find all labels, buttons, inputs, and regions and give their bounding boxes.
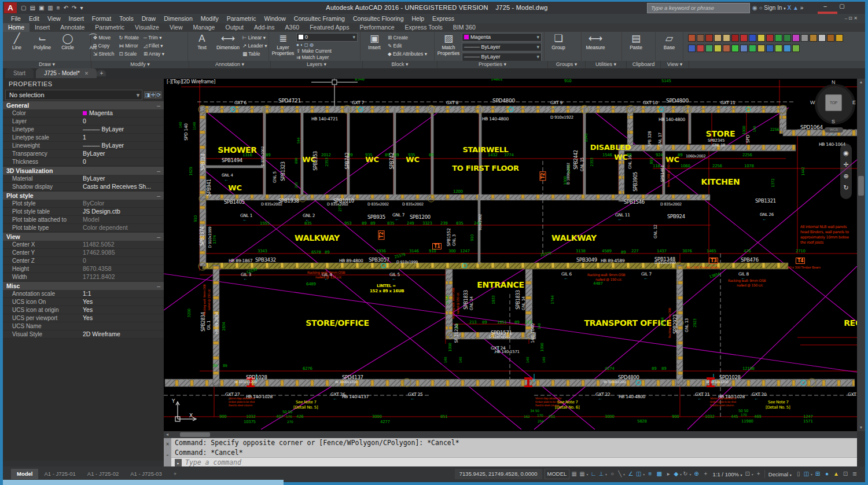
qat-icon[interactable]: ▾ xyxy=(78,2,84,14)
status-toggle-icon[interactable]: ⊕ xyxy=(692,469,701,479)
property-value[interactable]: ———ByLayer xyxy=(83,126,164,133)
property-row[interactable]: Plot style tableJS Design.ctb xyxy=(3,208,164,216)
status-toggle-icon[interactable]: ◫ ▾ xyxy=(635,469,645,479)
property-row[interactable]: UCS icon OnYes xyxy=(3,298,164,306)
ribbon-tab-view[interactable]: View xyxy=(164,23,188,32)
status-toggle-icon[interactable]: ○ xyxy=(608,469,617,479)
palette-tool-icon[interactable]: ◨ xyxy=(144,91,150,98)
status-toggle-icon[interactable]: ∟ xyxy=(589,469,598,479)
toolbar-icon[interactable] xyxy=(827,34,834,42)
ribbon-tab-parametric[interactable]: Parametric xyxy=(90,23,130,32)
selection-dropdown[interactable]: No selection▾ xyxy=(5,90,142,100)
match-properties-button[interactable]: ▨Match Properties xyxy=(437,33,460,56)
command-window-grip[interactable]: ✕⌁ xyxy=(164,438,171,466)
navbar-tool-icon[interactable]: ◉ xyxy=(840,147,852,159)
collapse-icon[interactable]: – xyxy=(157,167,160,175)
status-toggle-icon[interactable]: + xyxy=(701,469,711,479)
measure-button[interactable]: ⟷Measure xyxy=(584,33,607,50)
property-value[interactable]: Color dependent xyxy=(83,224,164,232)
layer-tools-row[interactable]: ● ◐ ◻ ◍ xyxy=(296,42,358,47)
layout-tab-a1-j725-02[interactable]: A1 - J725-02 xyxy=(82,469,124,479)
toolbar-icon[interactable] xyxy=(723,45,730,52)
property-row[interactable]: Center X11482.5052 xyxy=(3,241,164,249)
menu-tools[interactable]: Tools xyxy=(115,14,138,23)
status-toggle-icon[interactable]: ⊡ xyxy=(841,469,850,479)
menu-view[interactable]: View xyxy=(43,14,65,23)
qat-icon[interactable]: ≡ xyxy=(55,2,62,14)
property-row[interactable]: ColorMagenta xyxy=(3,109,164,117)
rotate-button[interactable]: ↻ Rotate xyxy=(119,34,139,42)
property-value[interactable]: Casts and Receives Sh... xyxy=(83,183,164,190)
status-toggle-icon[interactable]: ╲ ▾ xyxy=(617,469,626,479)
property-row[interactable]: Center Y17462.9085 xyxy=(3,249,164,257)
qat-icon[interactable]: ▤ xyxy=(28,2,36,14)
collapse-icon[interactable]: – xyxy=(157,233,160,241)
property-row[interactable]: UCS Name xyxy=(3,322,164,330)
property-row[interactable]: Plot styleByColor xyxy=(3,200,164,208)
polyline-button[interactable]: ⌙Polyline xyxy=(31,33,54,50)
scale-button[interactable]: ⊡ Scale xyxy=(119,50,139,58)
ribbon-tab-express-tools[interactable]: Express Tools xyxy=(400,23,448,32)
property-row[interactable]: Annotation scale1:1 xyxy=(3,290,164,298)
collapse-icon[interactable]: – xyxy=(157,101,160,109)
paste-button[interactable]: ▤Paste xyxy=(624,33,648,50)
make-current-button[interactable]: ⇪ Make Current xyxy=(296,48,358,54)
binoculars-icon[interactable]: ◉ xyxy=(752,5,757,11)
layer-properties-button[interactable]: ≣Layer Properties xyxy=(271,33,295,56)
toolbar-icon[interactable] xyxy=(784,34,791,42)
ribbon-tab-manage[interactable]: Manage xyxy=(188,23,220,32)
leader-button[interactable]: ↗ Leader ▾ xyxy=(242,42,267,50)
property-value[interactable]: ByLayer xyxy=(83,150,164,157)
ribbon-tab-annotate[interactable]: Annotate xyxy=(55,23,90,32)
ribbon-tab-add-ins[interactable]: Add-ins xyxy=(249,23,280,32)
property-row[interactable]: Visual Style2D Wireframe xyxy=(3,330,164,339)
toolbar-icon[interactable] xyxy=(740,45,748,52)
property-value[interactable]: Yes xyxy=(83,298,164,306)
panel-title-view[interactable]: View ▾ xyxy=(661,61,689,68)
mdi-window-controls[interactable]: – ⊡ ✕ xyxy=(841,14,862,23)
property-value[interactable]: ByLayer xyxy=(83,175,164,182)
qat-icon[interactable]: ▥ xyxy=(46,2,54,14)
overflow-icon[interactable]: » xyxy=(800,5,804,11)
fillet-button[interactable]: ◿ Fillet ▾ xyxy=(144,42,164,50)
property-value[interactable]: 1 xyxy=(83,134,164,141)
ribbon-tab-insert[interactable]: Insert xyxy=(30,23,55,32)
scroll-left-icon[interactable]: ◄ xyxy=(164,431,171,438)
property-row[interactable]: Height8670.4358 xyxy=(3,265,164,273)
toolbar-icon[interactable] xyxy=(731,45,739,52)
panel-title-clipboard[interactable]: Clipboard xyxy=(627,61,661,68)
status-toggle-icon[interactable]: ⊥ ▾ xyxy=(598,469,608,479)
stretch-button[interactable]: ⇲ Stretch xyxy=(93,50,114,58)
menu-draw[interactable]: Draw xyxy=(138,14,160,23)
create-button[interactable]: ⊞ Create xyxy=(388,34,427,42)
toolbar-icon[interactable] xyxy=(697,45,704,52)
match-layer-button[interactable]: ⇉ Match Layer xyxy=(296,54,358,60)
viewcube[interactable]: TOP N W E S xyxy=(811,80,855,124)
menu-parametric[interactable]: Parametric xyxy=(223,14,260,23)
edit-button[interactable]: ✎ Edit xyxy=(388,42,427,50)
qat-icon[interactable]: ▢ xyxy=(19,2,28,14)
status-toggle-icon[interactable]: ▦ xyxy=(569,469,579,479)
scroll-down-icon[interactable]: ▼ xyxy=(857,424,865,431)
file-tab-j725-model-[interactable]: J725 - Model*✕ xyxy=(36,68,97,78)
menu-express[interactable]: Express xyxy=(428,14,458,23)
property-value[interactable]: 0 xyxy=(83,257,164,264)
section-header-plot-style[interactable]: Plot style– xyxy=(3,192,164,200)
panel-title-block[interactable]: Block ▾ xyxy=(363,61,437,68)
menu-file[interactable]: File xyxy=(7,14,25,23)
file-tab-start[interactable]: Start xyxy=(5,68,34,78)
toolbar-icon[interactable] xyxy=(688,45,696,52)
navbar-tool-icon[interactable]: ✛ xyxy=(840,159,852,170)
layout-tab-a1-j725-01[interactable]: A1 - J725-01 xyxy=(38,469,81,479)
command-input[interactable]: ▸Type a command xyxy=(171,457,857,466)
property-row[interactable]: Thickness0 xyxy=(3,158,164,166)
property-row[interactable]: Center Z0 xyxy=(3,257,164,265)
menu-insert[interactable]: Insert xyxy=(65,14,88,23)
status-toggle-icon[interactable]: ≣ xyxy=(850,469,859,479)
dropdown-icon[interactable]: ▾ xyxy=(784,6,786,10)
viewcube-south[interactable]: S xyxy=(832,119,835,124)
toolbar-icon[interactable] xyxy=(784,45,791,52)
menu-dimension[interactable]: Dimension xyxy=(160,14,197,23)
ribbon-tab-visualize[interactable]: Visualize xyxy=(130,23,164,32)
object-properties-combo-1[interactable]: ——— ByLayer▾ xyxy=(462,43,542,52)
